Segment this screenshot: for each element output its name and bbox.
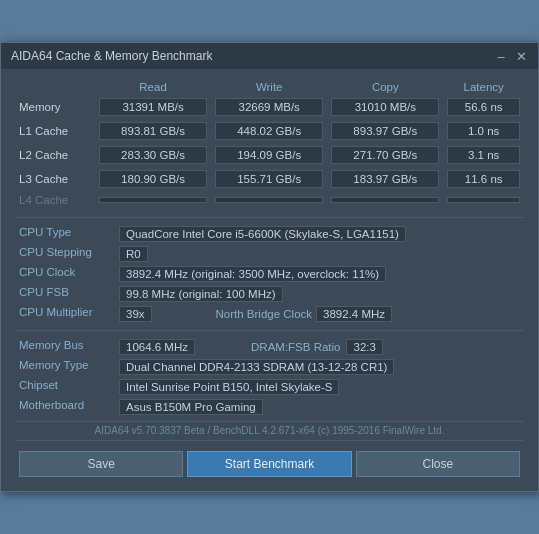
cpu-clock-value: 3892.4 MHz (original: 3500 MHz, overcloc… xyxy=(119,266,386,282)
cpu-stepping-label: CPU Stepping xyxy=(15,244,115,264)
bench-write-cell: 194.09 GB/s xyxy=(211,143,327,167)
bench-copy-value: 271.70 GB/s xyxy=(331,146,439,164)
mem-type-label: Memory Type xyxy=(15,357,115,377)
bench-row: L4 Cache xyxy=(15,191,524,209)
bench-latency-value xyxy=(447,197,520,203)
window-title: AIDA64 Cache & Memory Benchmark xyxy=(11,49,212,63)
bench-read-cell: 180.90 GB/s xyxy=(95,167,211,191)
bench-latency-value: 56.6 ns xyxy=(447,98,520,116)
col-header-label xyxy=(15,79,95,95)
bench-row: L1 Cache893.81 GB/s448.02 GB/s893.97 GB/… xyxy=(15,119,524,143)
section-divider-2 xyxy=(15,330,524,331)
bench-latency-cell xyxy=(443,191,524,209)
col-header-read: Read xyxy=(95,79,211,95)
mem-info-table: Memory Bus 1064.6 MHz DRAM:FSB Ratio 32:… xyxy=(15,337,524,417)
bench-copy-cell: 271.70 GB/s xyxy=(327,143,443,167)
col-header-write: Write xyxy=(211,79,327,95)
content-area: Read Write Copy Latency Memory31391 MB/s… xyxy=(1,69,538,491)
close-button-bar[interactable]: Close xyxy=(356,451,520,477)
button-bar: Save Start Benchmark Close xyxy=(15,445,524,485)
bench-row: Memory31391 MB/s32669 MB/s31010 MB/s56.6… xyxy=(15,95,524,119)
footer-text: AIDA64 v5.70.3837 Beta / BenchDLL 4.2.67… xyxy=(95,425,445,436)
bench-latency-value: 3.1 ns xyxy=(447,146,520,164)
motherboard-row: Motherboard Asus B150M Pro Gaming xyxy=(15,397,524,417)
bench-write-value: 448.02 GB/s xyxy=(215,122,323,140)
button-area: Save Start Benchmark Close xyxy=(15,445,524,485)
cpu-fsb-value: 99.8 MHz (original: 100 MHz) xyxy=(119,286,283,302)
bench-read-cell: 283.30 GB/s xyxy=(95,143,211,167)
bench-write-cell: 32669 MB/s xyxy=(211,95,327,119)
cpu-clock-label: CPU Clock xyxy=(15,264,115,284)
bench-latency-cell: 56.6 ns xyxy=(443,95,524,119)
bench-latency-cell: 1.0 ns xyxy=(443,119,524,143)
motherboard-value: Asus B150M Pro Gaming xyxy=(119,399,263,415)
minimize-button[interactable]: – xyxy=(494,49,508,63)
cpu-stepping-row: CPU Stepping R0 xyxy=(15,244,524,264)
bench-read-value xyxy=(99,197,207,203)
cpu-multiplier-row: CPU Multiplier 39x North Bridge Clock 38… xyxy=(15,304,524,324)
benchmark-table: Read Write Copy Latency Memory31391 MB/s… xyxy=(15,79,524,209)
bench-copy-cell: 893.97 GB/s xyxy=(327,119,443,143)
bench-row-label: L4 Cache xyxy=(15,191,95,209)
bench-copy-cell: 183.97 GB/s xyxy=(327,167,443,191)
cpu-type-row: CPU Type QuadCore Intel Core i5-6600K (S… xyxy=(15,224,524,244)
footer-info: AIDA64 v5.70.3837 Beta / BenchDLL 4.2.67… xyxy=(15,421,524,441)
motherboard-label: Motherboard xyxy=(15,397,115,417)
bench-read-value: 893.81 GB/s xyxy=(99,122,207,140)
bench-write-value xyxy=(215,197,323,203)
bench-copy-value: 893.97 GB/s xyxy=(331,122,439,140)
chipset-label: Chipset xyxy=(15,377,115,397)
bench-row: L3 Cache180.90 GB/s155.71 GB/s183.97 GB/… xyxy=(15,167,524,191)
col-header-copy: Copy xyxy=(327,79,443,95)
cpu-type-label: CPU Type xyxy=(15,224,115,244)
mem-bus-value: 1064.6 MHz xyxy=(119,339,195,355)
cpu-info-table: CPU Type QuadCore Intel Core i5-6600K (S… xyxy=(15,224,524,324)
bench-row-label: Memory xyxy=(15,95,95,119)
mem-bus-row-content: 1064.6 MHz DRAM:FSB Ratio 32:3 xyxy=(119,339,520,355)
bench-write-value: 155.71 GB/s xyxy=(215,170,323,188)
bench-read-value: 180.90 GB/s xyxy=(99,170,207,188)
cpu-fsb-label: CPU FSB xyxy=(15,284,115,304)
bench-row: L2 Cache283.30 GB/s194.09 GB/s271.70 GB/… xyxy=(15,143,524,167)
bench-copy-value xyxy=(331,197,439,203)
main-window: AIDA64 Cache & Memory Benchmark – ✕ Read… xyxy=(0,42,539,492)
north-bridge-label: North Bridge Clock xyxy=(216,308,313,320)
bench-write-cell xyxy=(211,191,327,209)
dram-fsb-value: 32:3 xyxy=(346,339,382,355)
bench-read-cell: 893.81 GB/s xyxy=(95,119,211,143)
bench-read-value: 31391 MB/s xyxy=(99,98,207,116)
cpu-stepping-value: R0 xyxy=(119,246,148,262)
cpu-multiplier-label: CPU Multiplier xyxy=(15,304,115,324)
bench-read-value: 283.30 GB/s xyxy=(99,146,207,164)
bench-row-label: L3 Cache xyxy=(15,167,95,191)
bench-latency-cell: 3.1 ns xyxy=(443,143,524,167)
col-header-latency: Latency xyxy=(443,79,524,95)
bench-write-value: 32669 MB/s xyxy=(215,98,323,116)
bench-copy-value: 31010 MB/s xyxy=(331,98,439,116)
mem-type-row: Memory Type Dual Channel DDR4-2133 SDRAM… xyxy=(15,357,524,377)
bench-write-cell: 155.71 GB/s xyxy=(211,167,327,191)
bench-read-cell: 31391 MB/s xyxy=(95,95,211,119)
bench-copy-cell xyxy=(327,191,443,209)
chipset-row: Chipset Intel Sunrise Point B150, Intel … xyxy=(15,377,524,397)
bench-copy-cell: 31010 MB/s xyxy=(327,95,443,119)
mem-type-value: Dual Channel DDR4-2133 SDRAM (13-12-28 C… xyxy=(119,359,394,375)
bench-copy-value: 183.97 GB/s xyxy=(331,170,439,188)
title-bar-controls: – ✕ xyxy=(494,49,528,63)
multiplier-row-content: 39x North Bridge Clock 3892.4 MHz xyxy=(119,306,520,322)
bench-latency-value: 11.6 ns xyxy=(447,170,520,188)
title-bar: AIDA64 Cache & Memory Benchmark – ✕ xyxy=(1,43,538,69)
mem-bus-row: Memory Bus 1064.6 MHz DRAM:FSB Ratio 32:… xyxy=(15,337,524,357)
close-button[interactable]: ✕ xyxy=(514,49,528,63)
save-button[interactable]: Save xyxy=(19,451,183,477)
chipset-value: Intel Sunrise Point B150, Intel Skylake-… xyxy=(119,379,339,395)
bench-write-value: 194.09 GB/s xyxy=(215,146,323,164)
bench-read-cell xyxy=(95,191,211,209)
mem-bus-label: Memory Bus xyxy=(15,337,115,357)
bench-row-label: L2 Cache xyxy=(15,143,95,167)
cpu-multiplier-value: 39x xyxy=(119,306,152,322)
start-benchmark-button[interactable]: Start Benchmark xyxy=(187,451,351,477)
cpu-fsb-row: CPU FSB 99.8 MHz (original: 100 MHz) xyxy=(15,284,524,304)
bench-latency-value: 1.0 ns xyxy=(447,122,520,140)
cpu-type-value: QuadCore Intel Core i5-6600K (Skylake-S,… xyxy=(119,226,406,242)
